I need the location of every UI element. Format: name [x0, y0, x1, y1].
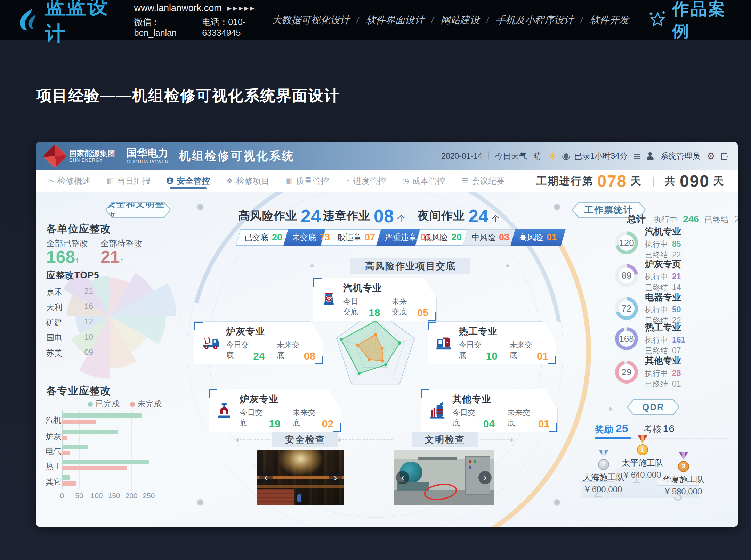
logout-icon[interactable] [721, 153, 727, 160]
dashboard-screenshot: 国家能源集团 CHN ENERGY 国华电力 GUOHUA POWER 机组检修… [36, 142, 738, 527]
tab-progress-control[interactable]: ◔ 进度管控 [345, 170, 386, 192]
bar-category-label: 汽机 [46, 415, 62, 426]
page: 蓝蓝设计 www.lanlanwork.com ▶▶▶▶▶ 微信：ben_lan… [0, 0, 751, 560]
carousel-prev-button[interactable]: ‹ [259, 471, 273, 484]
card-title: 热工专业 [459, 325, 548, 338]
ring-label: 其他专业 [645, 355, 681, 367]
ring-row-electric: 72 电器专业 执行中50 已终结22 [615, 291, 733, 326]
tab-cost-control[interactable]: ◷ 成本管控 [402, 170, 445, 192]
contact-block: www.lanlanwork.com ▶▶▶▶▶ 微信：ben_lanlan 电… [134, 3, 272, 38]
separator: / [486, 15, 489, 25]
user-icon [646, 152, 654, 160]
up-arrow-icon: ↑ [75, 255, 79, 265]
qdr-tabs: 奖励25 考核16 [595, 422, 675, 435]
workticket-total-row: 总计 执行中246 已终结281 [627, 213, 738, 225]
badge-general-violation: 一般违章07 [323, 229, 381, 246]
tab-daily-report[interactable]: ▦ 当日汇报 [106, 170, 150, 192]
team-amount: ¥ 600,000 [585, 485, 622, 494]
tab-quality-control[interactable]: ▥ 质量管控 [285, 170, 329, 192]
settings-gear-icon[interactable]: ⚙ [706, 150, 715, 162]
connector-dot [609, 407, 612, 411]
bronze-medal-icon: 3 [676, 452, 691, 472]
tab-repair-projects[interactable]: ❖ 检修项目 [226, 170, 269, 192]
tab-reward[interactable]: 奖励25 [595, 422, 628, 435]
up-arrow-icon: ↑ [120, 255, 124, 265]
bar-未完成 [62, 436, 67, 440]
connector-line [480, 439, 509, 440]
project-schedule: 工期进行第 078 天 ｜ 共 090 天 [536, 170, 725, 192]
portfolio-label[interactable]: 作品案例 [672, 0, 734, 42]
wechat-contact: 微信：ben_lanlan [134, 16, 193, 38]
top5-row: 矿建12 [46, 317, 93, 328]
axis-tick: 200 [125, 492, 137, 500]
boiler-icon [436, 333, 452, 352]
tab-overview[interactable]: ✂ 检修概述 [48, 170, 90, 192]
record-duration: 已录1小时34分 [574, 151, 628, 162]
decor-dot [554, 499, 560, 505]
card-title: 其他专业 [452, 393, 550, 405]
site-url[interactable]: www.lanlanwork.com [134, 3, 222, 14]
axis-tick: 0 [60, 492, 64, 500]
decor-dot [197, 499, 203, 505]
ring-label: 电器专业 [645, 291, 681, 303]
app-nav: ✂ 检修概述 ▦ 当日汇报 安全管控 ❖ 检修项目 ▥ 质量管控 [36, 170, 738, 192]
current-date: 2020-01-14 [441, 151, 482, 161]
card-title: 炉灰专业 [226, 325, 315, 338]
bar-已完成 [62, 445, 88, 449]
separator: / [581, 15, 583, 25]
stat-night-work: 夜间作业 24 个 低风险20 中风险03 高风险01 [418, 208, 563, 246]
site-header: 蓝蓝设计 www.lanlanwork.com ▶▶▶▶▶ 微信：ben_lan… [0, 0, 751, 40]
portfolio-link[interactable]: 作品案例 [648, 0, 734, 42]
card-ash-profession: 炉灰专业 今日交底24 未来交底08 [194, 321, 323, 364]
tab-safety-control[interactable]: 安全管控 [166, 170, 210, 192]
list-icon[interactable] [634, 154, 640, 155]
carousel-next-button[interactable]: › [329, 471, 342, 484]
schedule-total-prefix: 共 [665, 174, 676, 188]
report-icon: ▦ [106, 176, 114, 186]
turbine-icon [321, 290, 337, 309]
donut-chart: 120 [615, 231, 638, 254]
donut-chart: 29 [615, 361, 638, 384]
org-block-2: 国华电力 GUOHUA POWER [127, 147, 169, 164]
carousel-prev-button[interactable]: ‹ [396, 471, 409, 484]
sun-icon: ☀ [548, 149, 558, 163]
service-item: 大数据可视化设计 [272, 14, 350, 27]
badge-label: 安全和文明整改 [106, 203, 170, 217]
card-title: 汽机专业 [343, 282, 429, 294]
arrows-decor: ▶▶▶▶▶ [227, 5, 256, 11]
safety-check-photo[interactable]: ‹ › [257, 450, 344, 505]
section-badge-qdr: QDR [627, 399, 680, 415]
tab-assessment[interactable]: 考核16 [644, 423, 675, 435]
grid-line [97, 410, 97, 489]
divider [121, 148, 121, 164]
tab-meeting-minutes[interactable]: ☰ 会议纪要 [461, 170, 505, 192]
bar-未完成 [62, 481, 76, 486]
bar-category-label: 炉灰 [46, 431, 62, 442]
badge-low-risk: 低风险20 [418, 229, 468, 246]
app-header: 国家能源集团 CHN ENERGY 国华电力 GUOHUA POWER 机组检修… [36, 142, 738, 170]
lanlan-logo-icon [15, 6, 40, 35]
grid-line [149, 410, 149, 489]
top5-title: 应整改TOP5 [46, 269, 99, 281]
schedule-prefix: 工期进行第 [536, 174, 593, 188]
bar-已完成 [62, 413, 142, 418]
tab-label: 检修概述 [57, 175, 90, 187]
divider [488, 151, 489, 160]
badge-mid-risk: 中风险03 [465, 229, 516, 246]
user-name[interactable]: 系统管理员 [660, 151, 700, 162]
bar-未完成 [62, 420, 96, 424]
divider: ｜ [648, 174, 659, 188]
team-name: 华夏施工队 [663, 474, 704, 485]
team-amount: ¥ 580,000 [665, 487, 702, 496]
clock-icon: ◷ [402, 176, 409, 186]
connector-dot [510, 438, 513, 442]
tab-label: 质量管控 [296, 175, 329, 187]
mixer-truck-icon [202, 334, 220, 352]
chart-icon: ▥ [285, 176, 293, 186]
card-turbine-profession: 汽机专业 今日交底18 未来交底05 [313, 278, 437, 321]
civil-check-photo[interactable]: ‹ › [394, 450, 494, 505]
top5-row: 嘉禾21 [46, 287, 93, 297]
schedule-unit: 天 [631, 174, 642, 188]
carousel-next-button[interactable]: › [478, 471, 492, 484]
todo-value: 21↑ [100, 247, 124, 267]
